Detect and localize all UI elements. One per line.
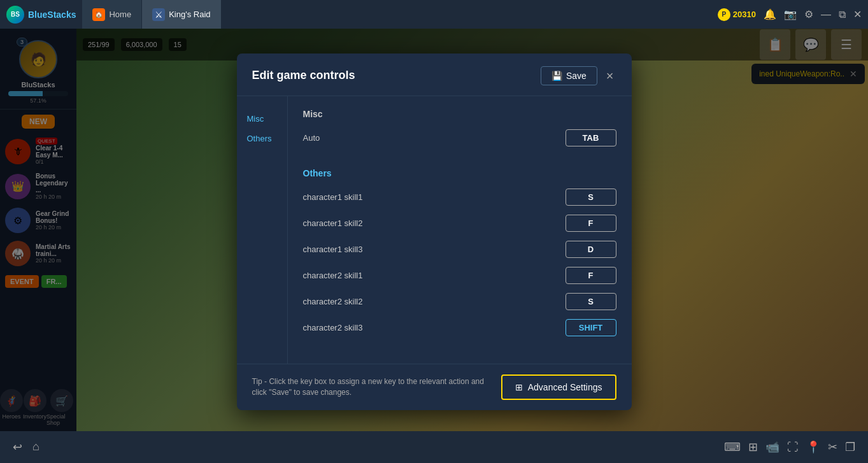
modal-header-actions: 💾 Save × — [541, 66, 616, 85]
grid-icon[interactable]: ⊞ — [748, 440, 758, 454]
camera-icon[interactable]: 📷 — [784, 8, 797, 20]
misc-section-header: Misc — [303, 109, 616, 119]
save-icon: 💾 — [551, 71, 562, 81]
tab-kings-raid-label: King's Raid — [169, 10, 210, 19]
key-box-c1s1[interactable]: S — [566, 189, 616, 206]
key-box-c2s2[interactable]: S — [566, 293, 616, 310]
save-label: Save — [566, 71, 587, 81]
topbar: BS BlueStacks 🏠 Home ⚔ King's Raid P 203… — [0, 0, 868, 29]
key-box-c2s3[interactable]: SHIFT — [566, 319, 616, 336]
coins-value: 20310 — [733, 10, 756, 19]
close-button[interactable]: × — [604, 67, 616, 85]
advanced-btn-icon: ⊞ — [515, 382, 523, 392]
brand-label: BlueStacks — [28, 10, 76, 20]
scissors-icon[interactable]: ✂ — [828, 440, 837, 454]
settings-icon[interactable]: ⚙ — [804, 8, 813, 20]
tab-home[interactable]: 🏠 Home — [82, 0, 142, 29]
modal-header: Edit game controls 💾 Save × — [237, 53, 632, 96]
close-icon: × — [606, 69, 614, 83]
advanced-btn-label: Advanced Settings — [528, 382, 602, 392]
label-c2s2: character2 skill2 — [303, 297, 363, 306]
others-section-header: Others — [303, 168, 616, 178]
bottombar: ↩ ⌂ ⌨ ⊞ 📹 ⛶ 📍 ✂ ❐ — [0, 431, 868, 463]
key-box-c2s1[interactable]: F — [566, 267, 616, 284]
modal-content: Misc Auto TAB Others character1 skill1 — [288, 96, 632, 364]
label-c1s2: character1 skill2 — [303, 218, 363, 228]
label-c1s1: character1 skill1 — [303, 192, 363, 202]
modal-title: Edit game controls — [252, 69, 355, 82]
minimize-icon[interactable]: — — [821, 9, 831, 20]
misc-label: Misc — [247, 114, 264, 124]
keyboard-icon[interactable]: ⌨ — [724, 440, 741, 454]
tab-kings-raid[interactable]: ⚔ King's Raid — [142, 0, 221, 29]
binding-label-auto: Auto — [303, 133, 320, 143]
topbar-right: P 20310 🔔 📷 ⚙ — ⧉ ✕ — [718, 8, 862, 21]
binding-row-c1s3: character1 skill3 D — [303, 241, 616, 258]
misc-section: Misc Auto TAB — [303, 109, 616, 146]
key-box-c1s2[interactable]: F — [566, 215, 616, 232]
save-button[interactable]: 💾 Save — [541, 66, 597, 85]
key-box-auto[interactable]: TAB — [566, 129, 616, 146]
modal-overlay: Edit game controls 💾 Save × Misc Others — [0, 0, 868, 463]
fullscreen-icon[interactable]: ⛶ — [787, 441, 799, 454]
kings-raid-tab-icon: ⚔ — [152, 8, 165, 21]
spacer-1 — [303, 155, 616, 168]
tip-text: Tip - Click the key box to assign a new … — [252, 376, 494, 398]
modal-body: Misc Others Misc Auto TAB — [237, 96, 632, 364]
modal-nav-others[interactable]: Others — [237, 129, 287, 148]
tab-home-label: Home — [109, 10, 131, 19]
close-icon[interactable]: ✕ — [853, 8, 862, 20]
others-label: Others — [247, 134, 272, 143]
binding-row-c1s1: character1 skill1 S — [303, 189, 616, 206]
location-icon[interactable]: 📍 — [806, 440, 820, 454]
bell-icon[interactable]: 🔔 — [764, 8, 776, 20]
label-c2s1: character2 skill1 — [303, 271, 363, 280]
webcam-icon[interactable]: 📹 — [765, 440, 779, 454]
key-c1s2: F — [588, 218, 594, 228]
restore-icon[interactable]: ⧉ — [839, 9, 846, 20]
copy-icon[interactable]: ❐ — [845, 440, 855, 454]
key-c2s3: SHIFT — [579, 323, 603, 332]
bottom-right-icons: ⌨ ⊞ 📹 ⛶ 📍 ✂ ❐ — [724, 440, 855, 454]
modal-nav-misc[interactable]: Misc — [237, 109, 287, 129]
back-icon[interactable]: ↩ — [13, 440, 22, 454]
binding-row-c2s3: character2 skill3 SHIFT — [303, 319, 616, 336]
key-box-c1s3[interactable]: D — [566, 241, 616, 258]
key-c1s1: S — [588, 192, 594, 202]
coins-display: P 20310 — [718, 8, 756, 21]
home-icon[interactable]: ⌂ — [32, 440, 39, 454]
binding-row-c2s2: character2 skill2 S — [303, 293, 616, 310]
label-c2s3: character2 skill3 — [303, 323, 363, 332]
bottom-left-icons: ↩ ⌂ — [13, 440, 39, 454]
home-tab-icon: 🏠 — [92, 8, 105, 21]
modal-footer: Tip - Click the key box to assign a new … — [237, 364, 632, 410]
key-c2s2: S — [588, 297, 594, 306]
bluestacks-logo: BS BlueStacks — [6, 6, 76, 24]
binding-row-c2s1: character2 skill1 F — [303, 267, 616, 284]
key-c2s1: F — [588, 271, 594, 280]
binding-row-auto: Auto TAB — [303, 129, 616, 146]
coin-icon: P — [718, 8, 730, 21]
label-c1s3: character1 skill3 — [303, 245, 363, 254]
binding-row-c1s2: character1 skill2 F — [303, 215, 616, 232]
key-c1s3: D — [588, 245, 594, 254]
modal-sidebar: Misc Others — [237, 96, 288, 364]
key-value-auto: TAB — [583, 133, 599, 143]
logo-icon: BS — [6, 6, 24, 24]
edit-controls-modal: Edit game controls 💾 Save × Misc Others — [237, 53, 632, 410]
advanced-settings-button[interactable]: ⊞ Advanced Settings — [501, 374, 616, 400]
others-section: Others character1 skill1 S character1 sk… — [303, 168, 616, 336]
